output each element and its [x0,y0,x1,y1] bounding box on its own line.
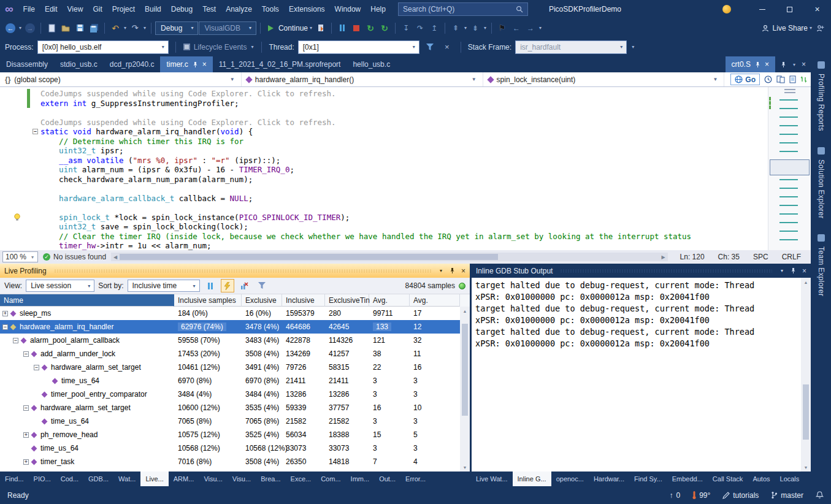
tool-tab-call-stack[interactable]: Call Stack [708,472,748,486]
tool-tab-imm[interactable]: Imm... [346,472,375,486]
spaces-indicator[interactable]: SPC [753,253,768,261]
tool-tab-openoc[interactable]: openoc... [551,472,589,486]
continue-button[interactable]: Continue [278,24,308,32]
filter-threads-icon[interactable] [423,40,437,55]
break-all-button[interactable] [335,21,349,36]
toolbar2-overflow-icon[interactable]: ▾ [630,44,635,50]
navigate-back-dropdown-icon[interactable]: ▾ [18,25,23,31]
column-header-name-0[interactable]: Name [0,294,174,307]
undo-icon[interactable]: ↶ [109,21,122,36]
live-update-lightning-icon[interactable] [221,279,234,292]
menu-debug[interactable]: Debug [166,0,197,18]
scroll-down-icon[interactable]: ▼ [463,463,467,472]
history-icon[interactable] [764,75,772,83]
tool-tab-inline-g[interactable]: Inline G... [513,472,551,486]
column-header-exclusive-2[interactable]: Exclusive [242,294,282,307]
live-share-dropdown-icon[interactable]: ▾ [808,25,813,31]
feedback-icon[interactable] [722,5,731,13]
menu-build[interactable]: Build [140,0,166,18]
close-tab-icon[interactable]: × [202,61,207,68]
stack-frame-combo[interactable]: isr_hardfault▾ [515,40,627,54]
continue-dropdown-icon[interactable]: ▾ [308,25,313,31]
go-button[interactable]: Go [730,74,760,85]
eol-indicator[interactable]: CRLF [782,253,801,261]
horizontal-scrollbar[interactable]: ◀ ▶ [111,253,668,261]
next-bookmark-icon[interactable]: → [524,21,537,36]
pin-icon[interactable] [192,61,199,68]
solution-platform-combo[interactable]: VisualGDB▾ [199,21,256,35]
zoom-combo[interactable]: 100 %▾ [2,251,38,262]
tool-tab-out[interactable]: Out... [374,472,400,486]
hot-reload-icon[interactable]: ↻ [378,21,391,36]
gdb-output-text[interactable]: target halted due to debug-request, curr… [472,278,811,351]
project-scope-combo[interactable]: {} (global scope) ▼ [0,72,242,86]
tool-tab-locals[interactable]: Locals [775,472,805,486]
tab-disassembly[interactable]: Disassembly [0,56,54,72]
flag-threads-icon[interactable]: × [440,40,454,55]
open-file-icon[interactable] [59,21,72,36]
compare-docs-icon[interactable] [776,75,785,83]
close-panel-icon[interactable]: × [802,267,806,275]
tab-timer-c[interactable]: timer.c× [160,56,212,72]
pin-tab-group-icon[interactable] [780,61,787,68]
menu-file[interactable]: File [18,0,40,18]
tab-hello-usb-c[interactable]: hello_usb.c [347,56,396,72]
notifications-bell-icon[interactable] [816,491,824,499]
restart-button[interactable]: ↻ [364,21,377,36]
profiler-scroll-thumb[interactable] [462,324,468,416]
tool-tab-gdb[interactable]: GDB... [83,472,113,486]
redo-icon[interactable]: ↷ [128,21,142,36]
tool-tab-visu[interactable]: Visu... [199,472,227,486]
step-over-icon[interactable]: ↷ [413,21,427,36]
gdb-scrollbar[interactable]: ▲ ▼ [801,278,811,472]
menu-analyze[interactable]: Analyze [221,0,257,18]
tree-expander-icon[interactable]: − [23,405,29,411]
discard-samples-icon[interactable] [238,279,251,292]
scroll-right-icon[interactable]: ▶ [659,254,668,260]
jump-prev-dropdown-icon[interactable]: ▾ [463,25,468,31]
column-header-avg-5[interactable]: Avg. [369,294,410,307]
tab-stdio-usb-c[interactable]: stdio_usb.c [54,56,104,72]
profiler-row-timer-pool-entry-comparator[interactable]: timer_pool_entry_comparator3484 (4%)3484… [0,388,470,401]
window-position-icon[interactable]: ▾ [438,268,443,273]
tool-tab-live-wat[interactable]: Live Wat... [471,472,513,486]
thread-combo[interactable]: [0x1]▾ [298,40,419,54]
lifecycle-dropdown-icon[interactable]: ▾ [250,44,255,50]
filter-icon[interactable] [255,279,269,292]
tree-expander-icon[interactable]: − [23,351,29,357]
tree-expander-icon[interactable]: + [2,311,8,316]
scroll-up-icon[interactable]: ▲ [804,278,808,286]
scrollmap-viewport[interactable] [770,159,810,175]
step-out-icon[interactable]: ↥ [427,21,441,36]
sync-icon[interactable] [800,75,807,83]
gdb-panel-header[interactable]: Inline GDB Stub Output ▾ × [472,264,811,278]
close-button[interactable]: × [803,0,831,18]
repository-button[interactable]: tutorials [722,491,759,500]
code-editor[interactable]: CodeJumps suspended while using Code Exp… [0,87,811,250]
close-tab-icon[interactable]: × [765,61,769,68]
process-combo[interactable]: [0x0] hello_usb.elf▾ [37,40,169,54]
minimize-button[interactable] [748,0,776,18]
editor-scrollbar-map[interactable] [768,87,811,250]
close-panel-icon[interactable]: × [461,267,465,275]
pin-icon[interactable] [790,267,797,274]
jump-next-icon[interactable]: ⇟ [469,21,482,36]
window-position-icon[interactable]: ▾ [779,268,784,273]
stop-debugging-button[interactable] [350,21,363,36]
branch-button[interactable]: master [771,491,803,500]
lifecycle-events-button[interactable]: Lifecycle Events [194,43,247,52]
tool-tab-hardwar[interactable]: Hardwar... [589,472,629,486]
step-into-icon[interactable]: ↧ [399,21,413,36]
tree-expander-icon[interactable]: + [23,432,29,438]
tool-tab-exce[interactable]: Exce... [286,472,316,486]
tool-tab-com[interactable]: Com... [316,472,345,486]
doc-icon[interactable] [789,75,796,83]
menu-test[interactable]: Test [197,0,221,18]
prev-bookmark-icon[interactable]: ← [510,21,523,36]
scroll-up-icon[interactable]: ▲ [463,307,467,315]
side-tab-team-explorer[interactable]: Team Explorer [817,246,825,296]
menu-help[interactable]: Help [366,0,391,18]
share-icon[interactable] [814,21,827,36]
tool-tab-pio[interactable]: PIO... [29,472,56,486]
profiler-row-time-us-64[interactable]: time_us_647065 (8%)7065 (8%)215822158233 [0,414,470,428]
